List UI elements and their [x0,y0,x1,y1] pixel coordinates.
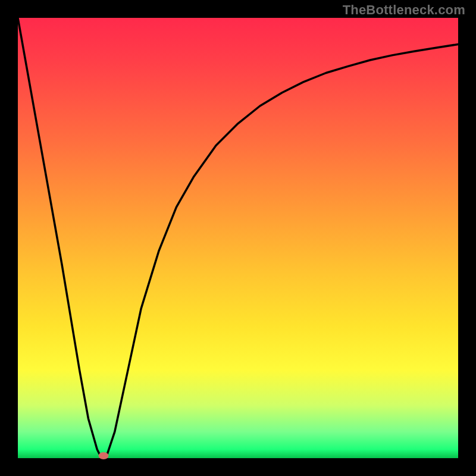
plot-area [18,18,458,458]
min-point-marker [99,452,109,459]
bottleneck-curve [18,18,458,458]
watermark-text: TheBottleneck.com [343,2,465,18]
chart-frame: TheBottleneck.com [0,0,476,476]
